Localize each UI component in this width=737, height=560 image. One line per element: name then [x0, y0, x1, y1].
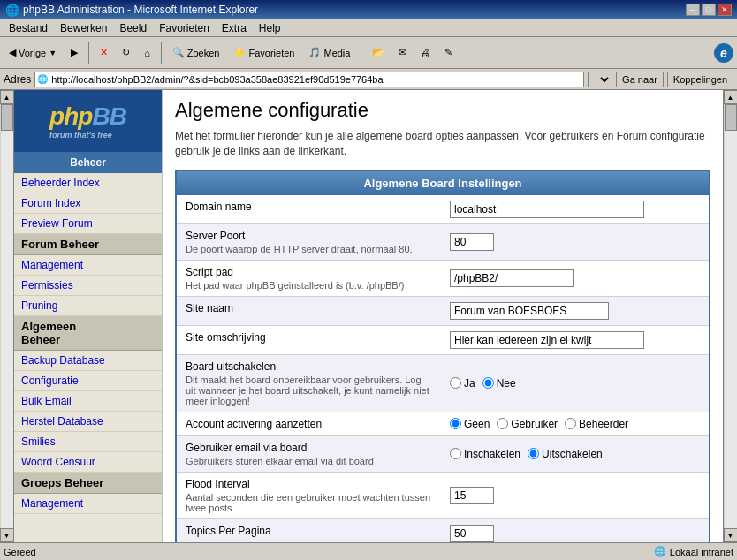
stop-button[interactable]: ✕: [95, 41, 113, 65]
radio-gebruiker-label[interactable]: Gebruiker: [497, 418, 558, 430]
label-topics-per-pagina: Topics Per Pagina: [176, 518, 441, 542]
minimize-button[interactable]: ─: [686, 4, 700, 16]
input-server-poort[interactable]: [450, 233, 494, 251]
radio-gebruiker[interactable]: [497, 418, 508, 429]
search-icon: 🔍: [172, 47, 185, 58]
sidebar-logo: phpBB forum that's free: [14, 90, 162, 152]
zone-icon: 🌐: [654, 546, 666, 557]
status-bar: Gereed 🌐 Lokaal intranet: [0, 542, 737, 560]
home-icon: ⌂: [144, 48, 150, 58]
back-button[interactable]: ◀ Vorige ▼: [4, 41, 62, 65]
favorites-button[interactable]: ⭐ Favorieten: [228, 41, 300, 65]
scroll-up-arrow[interactable]: ▲: [0, 90, 14, 104]
scroll-track-left: [1, 104, 13, 528]
input-site-naam[interactable]: [450, 302, 609, 320]
menu-beeld[interactable]: Beeld: [114, 21, 152, 34]
sidebar-item-preview-forum[interactable]: Preview Forum: [14, 214, 162, 234]
print-button[interactable]: 🖨: [415, 41, 436, 65]
history-button[interactable]: 📂: [367, 41, 390, 65]
radio-geen-label[interactable]: Geen: [450, 418, 490, 430]
mail-icon: ✉: [399, 47, 406, 58]
mail-button[interactable]: ✉: [393, 41, 412, 65]
sidebar-item-woord-censuur[interactable]: Woord Censuur: [14, 452, 162, 473]
media-button[interactable]: 🎵 Media: [303, 41, 355, 65]
input-flood-interval[interactable]: [450, 487, 494, 504]
close-button[interactable]: ✕: [718, 4, 732, 16]
sidebar-item-backup-database[interactable]: Backup Database: [14, 351, 162, 371]
right-scroll-down[interactable]: ▼: [724, 528, 738, 542]
sidebar-item-management-1[interactable]: Management: [14, 255, 162, 276]
menu-bar: Bestand Bewerken Beeld Favorieten Extra …: [0, 19, 737, 37]
radio-uitschakelen[interactable]: [528, 448, 539, 459]
radio-beheerder[interactable]: [565, 418, 576, 429]
radio-uitschakelen-label[interactable]: Uitschakelen: [528, 448, 603, 460]
value-site-omschrijving: [441, 325, 710, 354]
menu-favorieten[interactable]: Favorieten: [154, 21, 215, 34]
zone-text: Lokaal intranet: [670, 547, 733, 557]
sidebar-item-herstel-database[interactable]: Herstel Database: [14, 412, 162, 432]
go-button[interactable]: Ga naar: [616, 72, 664, 87]
sidebar-item-forum-index[interactable]: Forum Index: [14, 193, 162, 214]
radio-inschakelen-text: Inschakelen: [464, 448, 520, 460]
table-row: Script pad Het pad waar phpBB geinstalle…: [176, 260, 710, 296]
radio-geen[interactable]: [450, 418, 461, 429]
browser-content: ▲ ▼ phpBB forum that's free Beheer Behee…: [0, 90, 737, 542]
input-site-omschrijving[interactable]: [450, 331, 644, 349]
radio-ja[interactable]: [450, 377, 461, 389]
radio-group-board: Ja Nee: [450, 377, 700, 390]
label-script-pad: Script pad Het pad waar phpBB geinstalle…: [176, 260, 441, 296]
label-server-poort: Server Poort De poort waarop de HTTP ser…: [176, 223, 441, 260]
right-scroll-thumb[interactable]: [725, 104, 737, 131]
right-scroll-up[interactable]: ▲: [724, 90, 738, 104]
radio-group-account: Geen Gebruiker Beheerder: [450, 418, 700, 430]
edit-button[interactable]: ✎: [439, 41, 458, 65]
menu-help[interactable]: Help: [254, 21, 286, 34]
forward-button[interactable]: ▶: [65, 41, 83, 65]
phpbb-logo-tagline: forum that's free: [49, 131, 112, 140]
sidebar-item-permissies[interactable]: Permissies: [14, 276, 162, 296]
label-site-naam: Site naam: [176, 296, 441, 325]
radio-nee-label[interactable]: Nee: [482, 377, 516, 390]
label-email-via-board: Gebruiker email via board Gebruikers stu…: [176, 435, 441, 472]
forward-icon: ▶: [71, 47, 78, 58]
scroll-down-arrow[interactable]: ▼: [0, 528, 14, 542]
input-domain-name[interactable]: [450, 201, 644, 218]
search-button[interactable]: 🔍 Zoeken: [167, 41, 225, 65]
maximize-button[interactable]: □: [702, 4, 716, 16]
radio-inschakelen-label[interactable]: Inschakelen: [450, 448, 520, 460]
radio-ja-label[interactable]: Ja: [450, 377, 475, 390]
home-button[interactable]: ⌂: [139, 41, 156, 65]
sidebar-item-pruning[interactable]: Pruning: [14, 296, 162, 316]
menu-bestand[interactable]: Bestand: [4, 21, 53, 34]
sidebar-item-bulk-email[interactable]: Bulk Email: [14, 391, 162, 412]
sidebar: phpBB forum that's free Beheer Beheerder…: [14, 90, 163, 542]
input-topics-per-pagina[interactable]: [450, 525, 494, 542]
value-flood-interval: [441, 472, 710, 518]
input-script-pad[interactable]: [450, 269, 574, 287]
menu-extra[interactable]: Extra: [217, 21, 252, 34]
sidebar-item-management-2[interactable]: Management: [14, 494, 162, 514]
refresh-button[interactable]: ↻: [117, 41, 135, 65]
toolbar: ◀ Vorige ▼ ▶ ✕ ↻ ⌂ 🔍 Zoeken ⭐ Favorieten…: [0, 37, 737, 69]
value-server-poort: [441, 223, 710, 260]
radio-geen-text: Geen: [464, 418, 490, 430]
table-row: Site omschrijving: [176, 325, 710, 354]
radio-beheerder-label[interactable]: Beheerder: [565, 418, 628, 430]
table-row: Board uitschakelen Dit maakt het board o…: [176, 354, 710, 412]
refresh-icon: ↻: [122, 47, 130, 58]
page-icon: 🌐: [35, 73, 49, 85]
links-button[interactable]: Koppelingen: [667, 72, 733, 87]
window-controls: ─ □ ✕: [686, 4, 732, 16]
sidebar-item-smilies[interactable]: Smilies: [14, 432, 162, 452]
address-input[interactable]: [49, 74, 583, 85]
sidebar-item-beheerder-index[interactable]: Beheerder Index: [14, 173, 162, 193]
ie-logo: e: [714, 43, 733, 63]
scroll-thumb-left[interactable]: [1, 104, 13, 131]
toolbar-separator-3: [361, 42, 361, 64]
radio-nee[interactable]: [482, 377, 494, 389]
sidebar-item-configuratie[interactable]: Configuratie: [14, 371, 162, 391]
radio-inschakelen[interactable]: [450, 448, 461, 459]
menu-bewerken[interactable]: Bewerken: [55, 21, 112, 34]
radio-group-email: Inschakelen Uitschakelen: [450, 448, 700, 460]
address-dropdown[interactable]: [588, 72, 612, 87]
